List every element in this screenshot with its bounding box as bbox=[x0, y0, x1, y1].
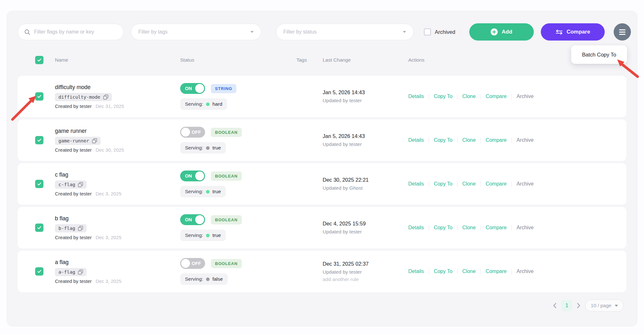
action-clone-link[interactable]: Clone bbox=[462, 137, 476, 143]
add-button-label: Add bbox=[502, 29, 512, 35]
action-copy-to-link[interactable]: Copy To bbox=[434, 137, 452, 143]
pagination: 1 10 / page bbox=[553, 300, 624, 312]
action-compare-link[interactable]: Compare bbox=[486, 94, 507, 99]
flags-table: Name Status Tags Last Change Actions dif… bbox=[18, 52, 626, 294]
check-icon bbox=[37, 57, 42, 63]
action-clone-link[interactable]: Clone bbox=[462, 269, 476, 274]
compare-button[interactable]: Compare bbox=[541, 23, 605, 41]
row-checkbox[interactable] bbox=[35, 267, 43, 276]
status-filter-select[interactable]: Filter by status bbox=[276, 24, 414, 40]
flag-name: game runner bbox=[55, 128, 163, 134]
flag-key-pill: b-flag bbox=[55, 224, 87, 232]
flag-key-pill: a-flag bbox=[55, 268, 87, 276]
more-actions-menu-button[interactable] bbox=[614, 23, 631, 41]
action-copy-to-link[interactable]: Copy To bbox=[434, 94, 452, 99]
action-details-link[interactable]: Details bbox=[408, 94, 424, 99]
action-compare-link[interactable]: Compare bbox=[486, 137, 507, 143]
flag-key-pill: c-flag bbox=[55, 180, 87, 189]
status-toggle[interactable]: ON bbox=[180, 83, 205, 94]
action-archive-link[interactable]: Archive bbox=[517, 137, 533, 143]
serving-pill: Serving: hard bbox=[180, 98, 227, 110]
action-copy-to-link[interactable]: Copy To bbox=[434, 225, 452, 231]
compare-arrows-icon bbox=[556, 29, 563, 35]
updated-by: Updated by tester bbox=[323, 141, 393, 147]
row-checkbox[interactable] bbox=[35, 224, 43, 232]
compare-button-label: Compare bbox=[567, 29, 590, 35]
type-badge: STRING bbox=[211, 84, 236, 93]
row-checkbox[interactable] bbox=[35, 136, 43, 144]
action-archive-link[interactable]: Archive bbox=[517, 269, 533, 274]
check-icon bbox=[37, 181, 42, 186]
table-header-row: Name Status Tags Last Change Actions bbox=[18, 52, 626, 68]
plus-icon bbox=[491, 28, 498, 35]
action-copy-to-link[interactable]: Copy To bbox=[434, 269, 452, 274]
chevron-down-icon bbox=[615, 305, 618, 307]
action-copy-to-link[interactable]: Copy To bbox=[434, 181, 452, 187]
action-compare-link[interactable]: Compare bbox=[486, 181, 507, 187]
next-page-button[interactable] bbox=[577, 303, 580, 308]
copy-icon[interactable] bbox=[92, 138, 97, 143]
flag-name: difficulty mode bbox=[55, 84, 163, 91]
serving-dot bbox=[206, 102, 210, 106]
action-details-link[interactable]: Details bbox=[408, 269, 424, 274]
batch-copy-menu-item[interactable]: Batch Copy To bbox=[571, 45, 627, 64]
chevron-right-icon bbox=[577, 303, 580, 308]
updated-by: Updated by tester bbox=[323, 98, 393, 103]
created-line: Created by tester Dec 30, 2025 bbox=[55, 147, 163, 153]
action-compare-link[interactable]: Compare bbox=[486, 269, 507, 274]
action-clone-link[interactable]: Clone bbox=[462, 181, 476, 187]
header-tags: Tags bbox=[281, 57, 308, 63]
action-clone-link[interactable]: Clone bbox=[462, 94, 476, 99]
page-size-select[interactable]: 10 / page bbox=[585, 300, 624, 312]
serving-pill: Serving: true bbox=[180, 186, 226, 197]
flag-key: game-runner bbox=[58, 138, 89, 143]
copy-icon[interactable] bbox=[78, 226, 83, 231]
copy-icon[interactable] bbox=[103, 95, 108, 100]
action-clone-link[interactable]: Clone bbox=[462, 225, 476, 231]
add-button[interactable]: Add bbox=[469, 23, 534, 41]
copy-icon[interactable] bbox=[78, 182, 83, 187]
check-icon bbox=[37, 269, 42, 274]
check-icon bbox=[37, 138, 42, 143]
status-toggle[interactable]: ON bbox=[180, 171, 205, 181]
toggle-knob bbox=[195, 84, 204, 93]
action-archive-link[interactable]: Archive bbox=[517, 225, 533, 231]
status-toggle[interactable]: OFF bbox=[180, 258, 205, 269]
tags-filter-placeholder: Filter by tags bbox=[138, 29, 168, 35]
archived-label: Archived bbox=[435, 29, 455, 35]
status-toggle[interactable]: ON bbox=[180, 214, 205, 225]
select-all-checkbox[interactable] bbox=[35, 56, 43, 64]
action-compare-link[interactable]: Compare bbox=[486, 225, 507, 231]
action-details-link[interactable]: Details bbox=[408, 137, 424, 143]
status-toggle[interactable]: OFF bbox=[180, 127, 205, 138]
flags-panel: Filter by tags Filter by status Archived… bbox=[6, 11, 638, 327]
last-change-date: Jan 5, 2026 14:43 bbox=[323, 133, 393, 139]
flag-table-row: game runner game-runner Created by teste… bbox=[18, 119, 626, 161]
flag-rows: difficulty mode difficulty-mode Created … bbox=[18, 76, 626, 292]
last-change-date: Jan 5, 2026 14:43 bbox=[323, 89, 393, 95]
created-line: Created by tester Dec 3, 2025 bbox=[55, 278, 163, 284]
serving-dot bbox=[206, 234, 210, 237]
search-input[interactable] bbox=[34, 29, 118, 35]
action-archive-link[interactable]: Archive bbox=[517, 181, 533, 187]
flag-name: c flag bbox=[55, 171, 163, 178]
flag-key: difficulty-mode bbox=[58, 95, 100, 100]
archived-filter: Archived bbox=[424, 28, 455, 35]
archived-checkbox[interactable] bbox=[424, 28, 431, 35]
action-details-link[interactable]: Details bbox=[408, 225, 424, 231]
created-line: Created by tester Dec 3, 2025 bbox=[55, 191, 163, 196]
tags-filter-select[interactable]: Filter by tags bbox=[131, 24, 261, 40]
row-checkbox[interactable] bbox=[35, 180, 43, 188]
action-archive-link[interactable]: Archive bbox=[517, 94, 533, 99]
flag-key: c-flag bbox=[58, 182, 75, 187]
copy-icon[interactable] bbox=[78, 269, 83, 275]
prev-page-button[interactable] bbox=[553, 303, 556, 308]
row-checkbox[interactable] bbox=[35, 92, 43, 101]
serving-dot bbox=[206, 277, 210, 281]
updated-by: Updated by tester bbox=[323, 269, 393, 275]
created-line: Created by tester Dec 31, 2025 bbox=[55, 103, 163, 109]
type-badge: BOOLEAN bbox=[211, 259, 242, 268]
flag-key-pill: game-runner bbox=[55, 137, 101, 145]
page-number[interactable]: 1 bbox=[561, 300, 572, 311]
action-details-link[interactable]: Details bbox=[408, 181, 424, 187]
